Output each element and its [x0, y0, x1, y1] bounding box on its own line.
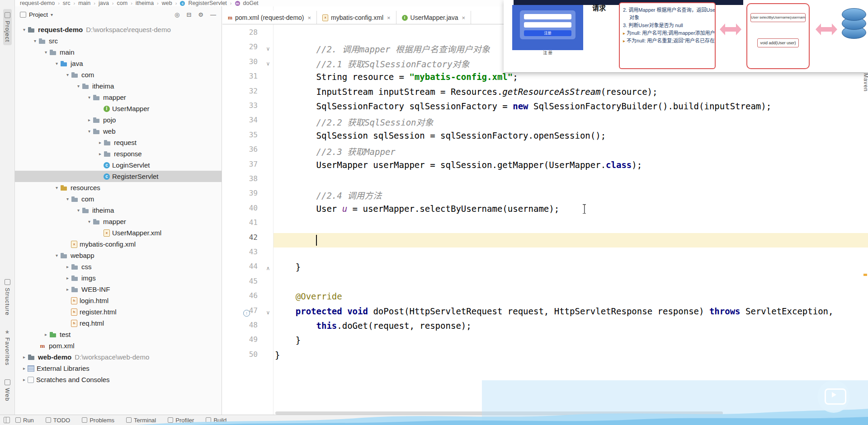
- line-number[interactable]: 31: [222, 72, 258, 86]
- code-line[interactable]: [275, 174, 868, 189]
- tree-item-css[interactable]: ▸css: [14, 261, 222, 272]
- chevron-down-icon[interactable]: ▾: [75, 84, 82, 89]
- code-line[interactable]: }: [275, 262, 868, 276]
- breadcrumb-item-web[interactable]: web: [162, 0, 172, 6]
- tree-item-webapp[interactable]: ▾webapp: [14, 250, 222, 261]
- line-number[interactable]: 45: [222, 277, 258, 291]
- chevron-down-icon[interactable]: ▾: [86, 219, 93, 224]
- tree-item-com[interactable]: ▾com: [14, 193, 222, 205]
- locate-icon[interactable]: ◎: [175, 11, 179, 18]
- toolwindow-button-project[interactable]: Project: [3, 9, 12, 45]
- tree-item-registerservlet[interactable]: cRegisterServlet: [14, 171, 222, 182]
- chevron-down-icon[interactable]: ▾: [32, 38, 38, 43]
- tree-item-mapper[interactable]: ▾mapper: [14, 92, 222, 103]
- chevron-down-icon[interactable]: ▾: [53, 61, 60, 66]
- tree-item-request[interactable]: ▸request: [14, 137, 222, 148]
- line-number[interactable]: 34: [222, 116, 258, 130]
- breadcrumb-item-com[interactable]: com: [117, 0, 128, 6]
- tree-item-scratches-and-consoles[interactable]: ▸Scratches and Consoles: [14, 374, 222, 385]
- tab-usermapper-java[interactable]: IUserMapper.java×: [396, 11, 471, 24]
- code-line[interactable]: //2.4 调用方法: [275, 189, 868, 203]
- tree-item-web-inf[interactable]: ▸WEB-INF: [14, 284, 222, 295]
- collapse-all-icon[interactable]: ⊟: [186, 11, 191, 18]
- chevron-right-icon[interactable]: ▸: [64, 287, 71, 292]
- settings-icon[interactable]: ⚙: [198, 11, 203, 18]
- breadcrumb-item-registerservlet[interactable]: RegisterServlet: [188, 0, 226, 6]
- tree-item-request-demo[interactable]: ▾request-demoD:\workspace\request-demo: [14, 24, 222, 35]
- chevron-down-icon[interactable]: ▾: [21, 27, 28, 32]
- line-number[interactable]: 44: [222, 262, 258, 276]
- code-line[interactable]: User u = userMapper.selectByUsername(use…: [275, 204, 868, 218]
- code-line[interactable]: protected void doPost(HttpServletRequest…: [275, 306, 868, 321]
- statusbar-build[interactable]: Build: [206, 417, 226, 424]
- code-line[interactable]: String resource = "mybatis-config.xml";: [275, 72, 868, 86]
- statusbar-profiler[interactable]: Profiler: [168, 417, 194, 424]
- close-icon[interactable]: ×: [462, 14, 465, 21]
- chevron-down-icon[interactable]: ▾: [64, 196, 71, 201]
- line-number[interactable]: 49: [222, 335, 258, 350]
- tree-item-itheima[interactable]: ▾itheima: [14, 80, 222, 92]
- tree-item-mybatis-config-xml[interactable]: xmybatis-config.xml: [14, 238, 222, 250]
- statusbar-problems[interactable]: Problems: [82, 417, 114, 424]
- tree-item-req-html[interactable]: hreq.html: [14, 318, 222, 329]
- breadcrumb-item-src[interactable]: src: [63, 0, 71, 6]
- line-number[interactable]: 41: [222, 218, 258, 233]
- tree-item-register-html[interactable]: hregister.html: [14, 306, 222, 318]
- editor-gutter[interactable]: 2829303132333435363738394041424344454647…: [222, 6, 274, 415]
- chevron-right-icon[interactable]: ▸: [42, 332, 49, 337]
- code-line[interactable]: SqlSessionFactory sqlSessionFactory = ne…: [275, 101, 868, 116]
- line-number[interactable]: 46: [222, 291, 258, 306]
- code-line[interactable]: [275, 218, 868, 233]
- line-number[interactable]: 36: [222, 145, 258, 159]
- tree-item-main[interactable]: ▾main: [14, 47, 222, 58]
- chevron-right-icon[interactable]: ▸: [64, 264, 71, 269]
- tree-item-login-html[interactable]: hlogin.html: [14, 295, 222, 306]
- line-number[interactable]: 40: [222, 204, 258, 218]
- chevron-down-icon[interactable]: ▾: [51, 12, 53, 17]
- line-number[interactable]: 39: [222, 189, 258, 203]
- chevron-down-icon[interactable]: ▾: [64, 72, 71, 77]
- code-line[interactable]: this.doGet(request, response);: [275, 321, 868, 335]
- tree-item-itheima[interactable]: ▾itheima: [14, 205, 222, 216]
- chevron-down-icon[interactable]: ▾: [86, 129, 93, 134]
- line-number[interactable]: 48: [222, 321, 258, 335]
- close-icon[interactable]: ×: [387, 14, 391, 21]
- tree-item-java[interactable]: ▾java: [14, 58, 222, 69]
- code-line[interactable]: [275, 248, 868, 262]
- chevron-down-icon[interactable]: ▾: [53, 185, 60, 190]
- line-number[interactable]: 30: [222, 57, 258, 72]
- chevron-down-icon[interactable]: ▾: [86, 95, 93, 100]
- tab-pom-xml-request-demo[interactable]: mpom.xml (request-demo)×: [222, 11, 317, 24]
- chevron-right-icon[interactable]: ▸: [64, 276, 71, 280]
- line-number[interactable]: 32: [222, 87, 258, 101]
- tree-item-com[interactable]: ▾com: [14, 69, 222, 80]
- tree-item-external-libraries[interactable]: ▸External Libraries: [14, 363, 222, 374]
- line-number[interactable]: 43: [222, 248, 258, 262]
- line-number[interactable]: 38: [222, 174, 258, 189]
- code-line[interactable]: //2.3 获取Mapper: [275, 145, 868, 159]
- code-line[interactable]: }: [275, 335, 868, 350]
- maven-toolwindow-button[interactable]: Maven: [863, 73, 868, 92]
- tree-item-src[interactable]: ▾src: [14, 35, 222, 47]
- code-line[interactable]: @Override: [275, 291, 868, 306]
- chevron-down-icon[interactable]: ▾: [53, 253, 60, 258]
- breadcrumb-item-request-demo[interactable]: request-demo: [20, 0, 55, 6]
- chevron-right-icon[interactable]: ▸: [21, 366, 28, 371]
- chevron-right-icon[interactable]: ▸: [97, 140, 104, 145]
- tree-item-imgs[interactable]: ▸imgs: [14, 272, 222, 284]
- code-line[interactable]: [275, 277, 868, 291]
- tree-item-web-demo[interactable]: ▸web-demoD:\workspace\web-demo: [14, 351, 222, 363]
- tree-item-pojo[interactable]: ▸pojo: [14, 114, 222, 126]
- bilibili-tv-logo[interactable]: [825, 388, 846, 405]
- breadcrumb-item-itheima[interactable]: itheima: [136, 0, 154, 6]
- statusbar-terminal[interactable]: Terminal: [126, 417, 156, 424]
- tree-item-mapper[interactable]: ▾mapper: [14, 216, 222, 227]
- code-line[interactable]: }: [275, 350, 868, 364]
- code-line[interactable]: [275, 233, 868, 248]
- toolwindow-button-web[interactable]: Web: [3, 376, 12, 405]
- tree-item-pom-xml[interactable]: mpom.xml: [14, 340, 222, 351]
- line-number[interactable]: 47: [222, 306, 258, 321]
- tree-item-resources[interactable]: ▾resources: [14, 182, 222, 193]
- error-stripe-mark[interactable]: [863, 274, 867, 276]
- statusbar-run[interactable]: Run: [15, 417, 34, 424]
